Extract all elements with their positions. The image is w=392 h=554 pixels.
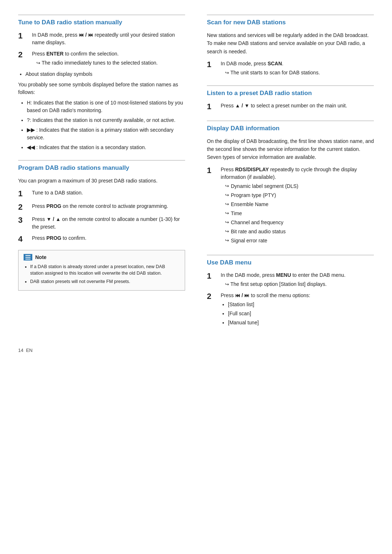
display-step-1: 1 Press RDS/DISPLAY repeatedly to cycle … xyxy=(207,166,374,246)
step-1-tune: 1 In DAB mode, press ⏮ / ⏭ repeatedly un… xyxy=(18,31,185,46)
listen-step-1: 1 Press ▲ / ▼ to select a preset number … xyxy=(207,102,374,111)
section-use-dab-menu: Use DAB menu 1 In the DAB mode, press ME… xyxy=(207,255,374,328)
menu-step-1-sub: The first setup option [Station list] di… xyxy=(221,280,374,288)
program-step-number-4: 4 xyxy=(18,234,28,244)
step-2-sub: The radio immediately tunes to the selec… xyxy=(32,59,185,67)
section-display-dab: Display DAB information On the display o… xyxy=(207,120,374,246)
menu-option-full-scan: [Full scan] xyxy=(228,310,374,317)
section-listen-preset: Listen to a preset DAB radio station 1 P… xyxy=(207,85,374,111)
footer-page-number: 14 xyxy=(18,348,23,353)
scan-step-number-1: 1 xyxy=(207,60,217,69)
left-column: Tune to DAB radio station manually 1 In … xyxy=(18,15,189,337)
scan-dab-intro: New stations and services will be regula… xyxy=(207,31,374,56)
menu-step-number-1: 1 xyxy=(207,271,217,281)
station-display-intro-list: About station display symbols xyxy=(25,70,185,78)
scan-step-1: 1 In DAB mode, press SCAN. The unit star… xyxy=(207,60,374,77)
step-1-tune-content: In DAB mode, press ⏮ / ⏭ repeatedly unti… xyxy=(32,31,185,46)
section-use-dab-menu-title: Use DAB menu xyxy=(207,255,374,266)
program-step-2-content: Press PROG on the remote control to acti… xyxy=(32,202,185,210)
program-step-1: 1 Tune to a DAB station. xyxy=(18,189,185,198)
display-info-channel: Channel and frequency xyxy=(225,219,374,226)
program-step-3: 3 Press ▼ / ▲ on the remote control to a… xyxy=(18,216,185,231)
menu-step-2-content: Press ⏮ / ⏭ to scroll the menu options: … xyxy=(221,292,374,328)
program-step-number-3: 3 xyxy=(18,216,28,225)
display-info-list: Dynamic label segment (DLS) Program type… xyxy=(225,182,374,245)
program-step-1-content: Tune to a DAB station. xyxy=(32,189,185,197)
page-footer: 14 EN xyxy=(18,348,374,353)
program-step-number-1: 1 xyxy=(18,189,28,198)
menu-step-2: 2 Press ⏮ / ⏭ to scroll the menu options… xyxy=(207,292,374,328)
scan-step-1-sub: The unit starts to scan for DAB stations… xyxy=(221,69,374,77)
program-step-number-2: 2 xyxy=(18,202,28,212)
program-dab-intro: You can program a maximum of 30 preset D… xyxy=(18,177,185,185)
display-step-1-content: Press RDS/DISPLAY repeatedly to cycle th… xyxy=(221,166,374,246)
note-header: Note xyxy=(24,254,180,260)
menu-step-number-2: 2 xyxy=(207,292,217,301)
symbol-question: ?: Indicates that the station is not cur… xyxy=(27,116,185,124)
step-number-1: 1 xyxy=(18,31,28,41)
scan-step-1-content: In DAB mode, press SCAN. The unit starts… xyxy=(221,60,374,77)
section-program-dab: Program DAB radio stations manually You … xyxy=(18,160,185,291)
note-box: Note If a DAB station is already stored … xyxy=(18,250,185,291)
section-scan-dab-title: Scan for new DAB stations xyxy=(207,15,374,26)
menu-options-list: [Station list] [Full scan] [Manual tune] xyxy=(228,301,374,327)
program-step-4-content: Press PROG to confirm. xyxy=(32,234,185,242)
note-icon xyxy=(24,254,32,260)
display-dab-intro: On the display of DAB broadcasting, the … xyxy=(207,137,374,161)
section-listen-preset-title: Listen to a preset DAB radio station xyxy=(207,85,374,97)
step-number-2: 2 xyxy=(18,50,28,59)
about-symbols-bullet: About station display symbols xyxy=(25,70,185,78)
display-info-pty: Program type (PTY) xyxy=(225,192,374,199)
note-icon-lines xyxy=(25,255,30,259)
symbol-list: H: Indicates that the station is one of … xyxy=(27,99,185,151)
section-tune-dab-title: Tune to DAB radio station manually xyxy=(18,15,185,26)
listen-step-number-1: 1 xyxy=(207,102,217,111)
step-2-tune: 2 Press ENTER to confirm the selection. … xyxy=(18,50,185,67)
symbols-intro-text: You probably see some symbols displayed … xyxy=(18,81,185,96)
display-step-number-1: 1 xyxy=(207,166,217,175)
note-item-1: If a DAB station is already stored under… xyxy=(30,263,180,277)
display-info-time: Time xyxy=(225,210,374,217)
note-icon-line-2 xyxy=(25,257,30,258)
note-icon-line-1 xyxy=(25,255,30,256)
display-info-dls: Dynamic label segment (DLS) xyxy=(225,182,374,190)
display-info-ensemble: Ensemble Name xyxy=(225,201,374,208)
footer-lang: EN xyxy=(26,348,33,353)
symbol-double-left: ◀◀ : Indicates that the station is a sec… xyxy=(27,144,185,151)
menu-step-1-content: In the DAB mode, press MENU to enter the… xyxy=(221,271,374,288)
listen-step-1-content: Press ▲ / ▼ to select a preset number on… xyxy=(221,102,374,110)
note-item-2: DAB station presets will not overwrite F… xyxy=(30,278,180,285)
right-column: Scan for new DAB stations New stations a… xyxy=(203,15,374,337)
note-icon-line-3 xyxy=(25,259,30,259)
step-2-tune-content: Press ENTER to confirm the selection. Th… xyxy=(32,50,185,67)
symbol-h: H: Indicates that the station is one of … xyxy=(27,99,185,114)
section-tune-dab: Tune to DAB radio station manually 1 In … xyxy=(18,15,185,151)
menu-option-manual-tune: [Manual tune] xyxy=(228,319,374,327)
section-program-dab-title: Program DAB radio stations manually xyxy=(18,160,185,172)
note-label: Note xyxy=(35,254,46,260)
menu-step-1: 1 In the DAB mode, press MENU to enter t… xyxy=(207,271,374,288)
display-info-signal: Signal error rate xyxy=(225,237,374,245)
note-list: If a DAB station is already stored under… xyxy=(30,263,180,285)
program-step-3-content: Press ▼ / ▲ on the remote control to all… xyxy=(32,216,185,231)
section-display-dab-title: Display DAB information xyxy=(207,120,374,132)
program-step-4: 4 Press PROG to confirm. xyxy=(18,234,185,244)
menu-option-station-list: [Station list] xyxy=(228,301,374,308)
display-info-bitrate: Bit rate and audio status xyxy=(225,228,374,235)
program-step-2: 2 Press PROG on the remote control to ac… xyxy=(18,202,185,212)
symbol-double-right: ▶▶ : Indicates that the station is a pri… xyxy=(27,126,185,141)
section-scan-dab: Scan for new DAB stations New stations a… xyxy=(207,15,374,77)
page-layout: Tune to DAB radio station manually 1 In … xyxy=(18,15,374,337)
